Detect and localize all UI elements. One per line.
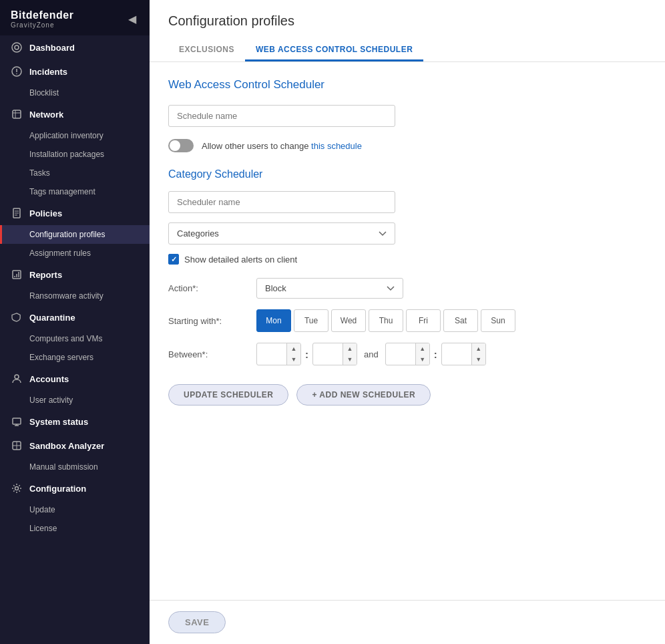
- day-btn-wed[interactable]: Wed: [331, 309, 366, 332]
- assignment-rules-label: Assignment rules: [29, 249, 91, 258]
- end-hours-input[interactable]: 23: [386, 345, 415, 363]
- start-hours-up[interactable]: ▲: [287, 343, 300, 354]
- sidebar-item-installation-packages[interactable]: Installation packages: [0, 145, 150, 164]
- footer-bar: SAVE: [150, 600, 665, 644]
- sidebar-item-dashboard[interactable]: Dashboard: [0, 35, 150, 59]
- start-minutes-input[interactable]: 00: [313, 345, 343, 363]
- action-select[interactable]: Block Allow Monitor: [256, 278, 403, 299]
- starting-with-label: Starting with*:: [168, 316, 248, 326]
- category-scheduler-title: Category Scheduler: [168, 168, 646, 180]
- sidebar-item-incidents[interactable]: Incidents: [0, 59, 150, 84]
- schedule-name-input[interactable]: [168, 105, 395, 127]
- day-btn-mon[interactable]: Mon: [256, 309, 291, 332]
- sidebar-item-policies[interactable]: Policies: [0, 201, 150, 225]
- start-hours-down[interactable]: ▼: [287, 354, 300, 365]
- system-status-label: System status: [29, 417, 88, 427]
- svg-point-16: [15, 375, 19, 379]
- sidebar-item-sandbox-analyzer[interactable]: Sandbox Analyzer: [0, 434, 150, 458]
- incidents-icon: [11, 65, 23, 77]
- sidebar-item-update[interactable]: Update: [0, 500, 150, 519]
- tab-web-access-control-scheduler[interactable]: WEB ACCESS CONTROL SCHEDULER: [245, 39, 423, 61]
- sidebar-item-system-status[interactable]: System status: [0, 410, 150, 434]
- sidebar-item-accounts[interactable]: Accounts: [0, 367, 150, 391]
- sidebar-item-manual-submission[interactable]: Manual submission: [0, 458, 150, 476]
- start-minutes-down[interactable]: ▼: [343, 354, 357, 365]
- scheduler-name-input[interactable]: [168, 191, 395, 213]
- schedule-name-group: [168, 105, 646, 127]
- end-hours-down[interactable]: ▼: [416, 354, 429, 365]
- installation-packages-label: Installation packages: [29, 150, 104, 159]
- section-title: Web Access Control Scheduler: [168, 78, 646, 92]
- end-minutes-down[interactable]: ▼: [472, 354, 485, 365]
- main-header: Configuration profiles EXCLUSIONS WEB AC…: [150, 0, 665, 62]
- sidebar-item-exchange-servers[interactable]: Exchange servers: [0, 348, 150, 367]
- policies-icon: [11, 207, 23, 219]
- sidebar-item-assignment-rules[interactable]: Assignment rules: [0, 244, 150, 263]
- show-alerts-checkbox[interactable]: [168, 254, 179, 265]
- dashboard-icon: [11, 41, 23, 53]
- app-subtitle: GravityZone: [11, 21, 73, 29]
- sidebar-item-configuration-profiles[interactable]: Configuration profiles: [0, 225, 150, 244]
- toggle-link[interactable]: this schedule: [311, 141, 362, 151]
- sandbox-icon: [11, 440, 23, 452]
- end-hours-arrows: ▲ ▼: [415, 343, 429, 365]
- tab-exclusions[interactable]: EXCLUSIONS: [168, 39, 245, 61]
- tabs-bar: EXCLUSIONS WEB ACCESS CONTROL SCHEDULER: [168, 39, 646, 61]
- start-minutes-up[interactable]: ▲: [343, 343, 357, 354]
- sidebar-item-tasks[interactable]: Tasks: [0, 164, 150, 182]
- end-hours-up[interactable]: ▲: [416, 343, 429, 354]
- show-alerts-row: Show detailed alerts on client: [168, 254, 646, 265]
- update-scheduler-button[interactable]: UPDATE SCHEDULER: [168, 384, 288, 406]
- sidebar-item-application-inventory[interactable]: Application inventory: [0, 126, 150, 145]
- license-label: License: [29, 524, 57, 533]
- sidebar-item-ransomware-activity[interactable]: Ransomware activity: [0, 287, 150, 305]
- sidebar-item-quarantine[interactable]: Quarantine: [0, 305, 150, 329]
- show-alerts-label: Show detailed alerts on client: [184, 255, 297, 265]
- end-minutes-up[interactable]: ▲: [472, 343, 485, 354]
- sidebar-item-reports[interactable]: Reports: [0, 263, 150, 287]
- save-button[interactable]: SAVE: [168, 611, 226, 633]
- sidebar-item-computers-and-vms[interactable]: Computers and VMs: [0, 329, 150, 348]
- blocklist-label: Blocklist: [29, 88, 59, 98]
- allow-users-toggle[interactable]: [168, 139, 194, 152]
- main-body: Web Access Control Scheduler Allow other…: [150, 62, 665, 600]
- time-colon-1: :: [305, 349, 308, 360]
- start-hours-input[interactable]: 00: [257, 345, 286, 363]
- dashboard-label: Dashboard: [29, 43, 75, 53]
- tags-management-label: Tags management: [29, 187, 95, 196]
- day-btn-fri[interactable]: Fri: [406, 309, 441, 332]
- sidebar-item-network[interactable]: Network: [0, 102, 150, 126]
- time-and: and: [364, 349, 379, 359]
- sidebar-item-configuration[interactable]: Configuration: [0, 476, 150, 500]
- network-icon: [11, 108, 23, 120]
- add-new-scheduler-button[interactable]: + ADD NEW SCHEDULER: [296, 384, 431, 406]
- day-btn-thu[interactable]: Thu: [369, 309, 403, 332]
- day-btn-sun[interactable]: Sun: [481, 309, 515, 332]
- sidebar-item-blocklist[interactable]: Blocklist: [0, 84, 150, 102]
- time-colon-2: :: [434, 349, 437, 360]
- sidebar-item-license[interactable]: License: [0, 519, 150, 538]
- start-minutes-spinner: 00 ▲ ▼: [312, 343, 357, 365]
- network-label: Network: [29, 110, 63, 120]
- app-name: Bitdefender: [11, 9, 73, 21]
- user-activity-label: User activity: [29, 395, 73, 405]
- svg-point-0: [12, 43, 21, 52]
- start-hours-arrows: ▲ ▼: [286, 343, 300, 365]
- end-minutes-input[interactable]: 59: [442, 345, 471, 363]
- update-label: Update: [29, 505, 55, 514]
- sidebar-item-user-activity[interactable]: User activity: [0, 391, 150, 410]
- collapse-button[interactable]: ◀: [126, 11, 139, 27]
- manual-submission-label: Manual submission: [29, 462, 98, 472]
- accounts-icon: [11, 373, 23, 385]
- starting-with-row: Starting with*: Mon Tue Wed Thu Fri Sat …: [168, 309, 646, 332]
- svg-point-23: [15, 487, 19, 490]
- day-btn-sat[interactable]: Sat: [443, 309, 478, 332]
- quarantine-label: Quarantine: [29, 313, 75, 323]
- categories-select[interactable]: Categories Social media News Entertainme…: [168, 222, 395, 245]
- sidebar-item-tags-management[interactable]: Tags management: [0, 182, 150, 201]
- sidebar-logo: Bitdefender GravityZone ◀: [0, 0, 150, 35]
- toggle-row: Allow other users to change this schedul…: [168, 139, 646, 152]
- start-hours-spinner: 00 ▲ ▼: [256, 343, 301, 365]
- sidebar: Bitdefender GravityZone ◀ Dashboard Inci…: [0, 0, 150, 644]
- day-btn-tue[interactable]: Tue: [294, 309, 328, 332]
